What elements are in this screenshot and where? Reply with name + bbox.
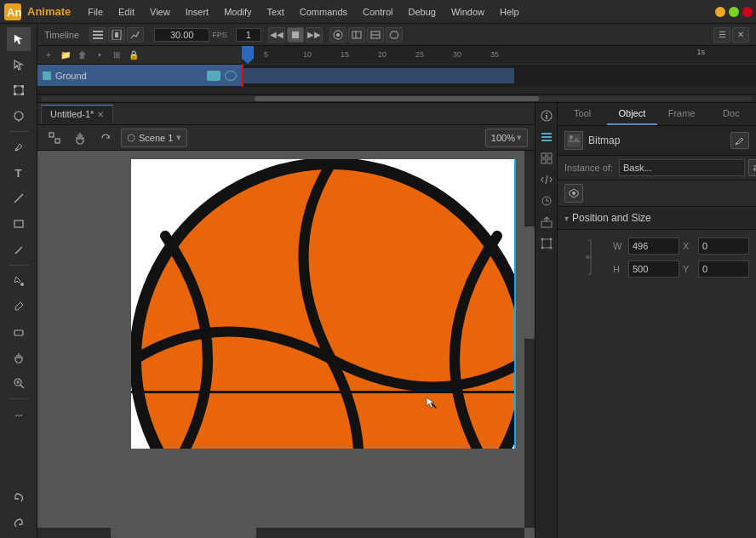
subselection-tool[interactable] xyxy=(7,53,31,77)
move-tool[interactable] xyxy=(7,346,31,369)
selection-tool[interactable] xyxy=(7,27,31,51)
canvas-fit-btn[interactable] xyxy=(44,129,65,147)
eraser-tool[interactable] xyxy=(7,320,31,344)
play-prev-btn[interactable]: ◀◀ xyxy=(268,27,285,43)
menu-text[interactable]: Text xyxy=(261,5,291,19)
svg-rect-42 xyxy=(541,153,546,157)
canvas-tab-label: Untitled-1* xyxy=(50,109,94,119)
menu-debug[interactable]: Debug xyxy=(401,5,442,19)
timeline-graph-icon[interactable] xyxy=(127,27,144,43)
lasso-tool[interactable] xyxy=(7,104,31,128)
menu-commands[interactable]: Commands xyxy=(293,5,354,19)
timeline-settings-btn[interactable]: ☰ xyxy=(713,27,730,43)
y-input[interactable] xyxy=(698,260,749,278)
menu-control[interactable]: Control xyxy=(356,5,399,19)
timeline-layers: + 📁 🗑 • ⊞ 🔒 Ground xyxy=(37,46,242,94)
ruler-mark-35: 35 xyxy=(490,50,499,59)
menu-edit[interactable]: Edit xyxy=(112,5,141,19)
scroll-thumb-v[interactable] xyxy=(524,226,535,340)
text-tool[interactable]: T xyxy=(7,161,31,185)
more-tools[interactable]: ··· xyxy=(7,403,31,426)
menu-insert[interactable]: Insert xyxy=(179,5,216,19)
redo-button[interactable] xyxy=(7,511,31,535)
zoom-selector[interactable]: 100% ▾ xyxy=(485,129,528,147)
tab-tool[interactable]: Tool xyxy=(558,103,607,125)
minimize-button[interactable] xyxy=(715,7,725,17)
menu-modify[interactable]: Modify xyxy=(217,5,258,19)
menu-file[interactable]: File xyxy=(81,5,110,19)
rp-icon-transform[interactable] xyxy=(537,234,556,253)
canvas-rotate-btn[interactable] xyxy=(95,129,116,147)
close-button[interactable] xyxy=(742,7,753,17)
timeline-scrollbar[interactable] xyxy=(37,94,756,102)
x-input[interactable] xyxy=(698,238,749,255)
tab-close-btn[interactable]: ✕ xyxy=(97,110,104,119)
h-input[interactable] xyxy=(628,260,679,278)
svg-point-53 xyxy=(549,247,552,249)
new-folder-btn[interactable]: 📁 xyxy=(58,48,73,63)
instance-swap-btn[interactable] xyxy=(748,159,756,176)
delete-layer-btn[interactable]: 🗑 xyxy=(75,48,90,63)
timeline-btn-3[interactable] xyxy=(367,27,384,43)
menu-view[interactable]: View xyxy=(143,5,177,19)
rp-icon-properties[interactable] xyxy=(537,128,556,146)
playhead[interactable] xyxy=(242,46,254,64)
action-icon[interactable] xyxy=(564,184,583,203)
frame-number[interactable]: 1 xyxy=(236,28,261,42)
tab-object[interactable]: Object xyxy=(607,103,656,125)
app-logo: An xyxy=(3,3,22,21)
rp-icon-assets[interactable] xyxy=(537,149,556,168)
canvas-viewport[interactable] xyxy=(37,151,535,538)
tab-doc[interactable]: Doc xyxy=(707,103,756,125)
pos-size-fields: W X xyxy=(558,230,756,284)
w-input[interactable] xyxy=(628,238,679,255)
canvas-scrollbar-h[interactable] xyxy=(37,528,524,538)
undo-button[interactable] xyxy=(7,485,31,509)
scroll-thumb-h[interactable] xyxy=(111,528,257,538)
zoom-tool[interactable] xyxy=(7,371,31,395)
svg-point-25 xyxy=(336,33,340,37)
rp-icon-motion[interactable] xyxy=(537,192,556,210)
timeline-btn-4[interactable] xyxy=(386,27,403,43)
rp-icon-1[interactable] xyxy=(537,106,556,125)
canvas-tab-bar: Untitled-1* ✕ xyxy=(37,103,535,125)
canvas-hand-btn[interactable] xyxy=(70,129,90,147)
transform-tool[interactable] xyxy=(7,78,31,102)
rp-icon-code[interactable] xyxy=(537,170,556,189)
canvas-tab-untitled[interactable]: Untitled-1* ✕ xyxy=(41,105,113,123)
timeline-btn-1[interactable] xyxy=(329,27,346,43)
layer-height-btn[interactable]: ⊞ xyxy=(109,48,124,63)
bitmap-edit-btn[interactable] xyxy=(730,132,749,149)
instance-input[interactable] xyxy=(619,159,745,176)
timeline-btn-2[interactable] xyxy=(348,27,365,43)
tab-frame[interactable]: Frame xyxy=(657,103,707,125)
timeline-scroll-thumb[interactable] xyxy=(255,96,539,101)
timeline-panel: Timeline FPS xyxy=(37,24,756,103)
new-layer-btn[interactable]: + xyxy=(41,48,56,63)
maximize-button[interactable] xyxy=(729,7,739,17)
svg-point-58 xyxy=(586,255,589,259)
timeline-frames-icon[interactable] xyxy=(108,27,125,43)
bucket-tool[interactable] xyxy=(7,269,31,293)
zoom-label: 100% xyxy=(491,133,515,143)
pos-size-header[interactable]: ▾ Position and Size xyxy=(558,207,756,230)
shape-tool[interactable] xyxy=(7,212,31,236)
layer-lock-btn[interactable]: 🔒 xyxy=(126,48,141,63)
fps-input[interactable] xyxy=(154,28,209,42)
scene-selector[interactable]: Scene 1 ▾ xyxy=(121,129,187,147)
rp-icon-export[interactable] xyxy=(537,213,556,232)
line-tool[interactable] xyxy=(7,186,31,210)
menu-window[interactable]: Window xyxy=(444,5,491,19)
timeline-collapse-btn[interactable]: ✕ xyxy=(732,27,749,43)
eyedropper-tool[interactable] xyxy=(7,295,31,318)
menu-help[interactable]: Help xyxy=(493,5,526,19)
pen-tool[interactable] xyxy=(7,135,31,159)
timeline-layers-icon[interactable] xyxy=(89,27,106,43)
layer-row[interactable]: Ground xyxy=(37,65,242,87)
pencil-tool[interactable] xyxy=(7,238,31,261)
layer-end-frame xyxy=(225,71,237,81)
canvas-scrollbar-v[interactable] xyxy=(524,151,535,528)
layer-visibility-icon[interactable] xyxy=(41,70,53,82)
layer-dot-btn[interactable]: • xyxy=(92,48,107,63)
play-next-btn[interactable]: ▶▶ xyxy=(306,27,323,43)
